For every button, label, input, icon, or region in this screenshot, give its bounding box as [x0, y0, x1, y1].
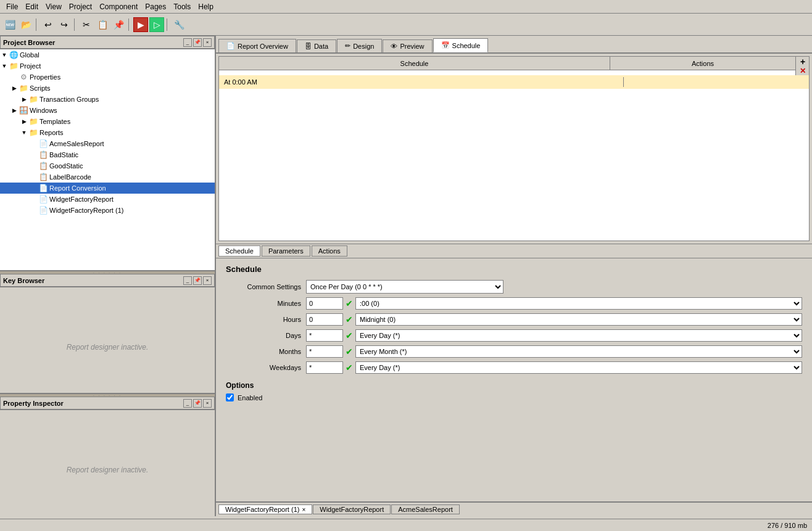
project-browser-minimize[interactable]: _ — [183, 38, 192, 47]
tree-item-wfr[interactable]: 📄 WidgetFactoryReport — [0, 194, 215, 205]
tab-actions[interactable]: Actions — [312, 245, 347, 257]
tree-label-properties: Properties — [30, 73, 60, 81]
pi-pin[interactable]: 📌 — [193, 399, 202, 408]
weekdays-select[interactable]: Every Day (*)Monday (1)Tuesday (2) — [355, 361, 802, 374]
tree-label-wfr: WidgetFactoryReport — [49, 196, 114, 203]
tab-preview[interactable]: 👁 Preview — [383, 39, 432, 52]
toolbar-paste[interactable]: 📌 — [111, 17, 126, 32]
pi-close[interactable]: × — [203, 399, 212, 408]
hours-select[interactable]: Midnight (0)1 AM (1)2 AM (2)Noon (12) — [355, 313, 802, 326]
pi-minimize[interactable]: _ — [183, 399, 192, 408]
toolbar-cut[interactable]: ✂ — [79, 17, 94, 32]
tree-label-labelbarcode: LabelBarcode — [49, 173, 91, 181]
tree-item-acmesalesreport[interactable]: 📄 AcmeSalesReport — [0, 138, 215, 149]
tree-item-transaction-groups[interactable]: ▶ 📁 Transaction Groups — [0, 94, 215, 105]
tree-item-reports[interactable]: ▼ 📁 Reports — [0, 127, 215, 138]
common-settings-row: Common Settings Once Per Day (0 0 * * *)… — [226, 280, 802, 294]
menu-view[interactable]: View — [42, 1, 65, 12]
months-select[interactable]: Every Month (*)January (1)February (2) — [355, 345, 802, 358]
tab-schedule-label: Schedule — [452, 42, 481, 49]
bottom-tab-wfr[interactable]: WidgetFactoryReport — [313, 504, 391, 514]
project-browser-pin[interactable]: 📌 — [193, 38, 202, 47]
tree-item-project[interactable]: ▼ 📁 Project — [0, 60, 215, 72]
common-settings-select[interactable]: Once Per Day (0 0 * * *)Every HourEvery … — [306, 280, 503, 294]
tg-expander: ▶ — [20, 96, 28, 102]
tree-item-properties[interactable]: ⚙ Properties — [0, 72, 215, 83]
data-icon: 🗄 — [305, 43, 312, 50]
tree-item-scripts[interactable]: ▶ 📁 Scripts — [0, 83, 215, 94]
minutes-select[interactable]: :00 (0):15 (15):30 (30):45 (45) — [355, 297, 802, 310]
weekdays-input[interactable] — [306, 361, 343, 374]
scripts-expander: ▶ — [10, 85, 19, 91]
bottom-tab-acme[interactable]: AcmeSalesReport — [391, 504, 460, 514]
days-check-icon: ✔ — [343, 329, 355, 342]
status-bar: 276 / 910 mb — [0, 519, 812, 531]
menu-file[interactable]: File — [2, 1, 22, 12]
menu-pages[interactable]: Pages — [141, 1, 170, 12]
table-row[interactable]: At 0:00 AM — [219, 75, 809, 89]
preview-icon: 👁 — [391, 43, 397, 50]
tree-item-global[interactable]: ▼ 🌐 Global — [0, 49, 215, 60]
bottom-tab-wfr1[interactable]: WidgetFactoryReport (1) × — [218, 504, 312, 514]
tree-item-labelbarcode[interactable]: 📋 LabelBarcode — [0, 171, 215, 183]
key-browser-close[interactable]: × — [203, 276, 212, 285]
hours-input[interactable] — [306, 313, 343, 326]
tab-data[interactable]: 🗄 Data — [297, 39, 336, 52]
tab-schedule[interactable]: 📅 Schedule — [433, 38, 489, 52]
enabled-checkbox[interactable] — [226, 393, 234, 401]
key-browser-controls: _ 📌 × — [183, 276, 212, 285]
toolbar-publish[interactable]: ▶ — [133, 17, 148, 32]
key-browser-minimize[interactable]: _ — [183, 276, 192, 285]
tree-item-templates[interactable]: ▶ 📁 Templates — [0, 116, 215, 127]
design-icon: ✏ — [345, 42, 350, 50]
toolbar-redo[interactable]: ↪ — [57, 17, 72, 32]
tab-design-label: Design — [353, 43, 374, 50]
toolbar-preview[interactable]: ▷ — [149, 17, 164, 32]
key-browser-inactive: Report designer inactive. — [0, 287, 215, 394]
months-input[interactable] — [306, 345, 343, 358]
project-browser-title: Project Browser — [3, 39, 55, 46]
menu-help[interactable]: Help — [194, 1, 217, 12]
schedule-delete-button[interactable]: ✕ — [796, 67, 810, 75]
tree-item-wfr1[interactable]: 📄 WidgetFactoryReport (1) — [0, 205, 215, 216]
properties-icon: ⚙ — [19, 72, 28, 82]
toolbar-undo[interactable]: ↩ — [41, 17, 56, 32]
project-browser-controls: _ 📌 × — [183, 38, 212, 47]
menu-tools[interactable]: Tools — [170, 1, 194, 12]
bottom-tab-wfr1-close[interactable]: × — [302, 506, 305, 513]
tab-report-overview-label: Report Overview — [238, 43, 288, 50]
tab-parameters[interactable]: Parameters — [262, 245, 310, 257]
global-expander: ▼ — [0, 52, 9, 58]
toolbar: 🆕 📂 ↩ ↪ ✂ 📋 📌 ▶ ▷ 🔧 — [0, 14, 812, 36]
tree-label-goodstatic: GoodStatic — [49, 162, 83, 170]
tab-design[interactable]: ✏ Design — [337, 39, 382, 52]
menu-component[interactable]: Component — [96, 1, 141, 12]
key-browser-pin[interactable]: 📌 — [193, 276, 202, 285]
tree-item-reportconversion[interactable]: 📄 Report Conversion — [0, 183, 215, 194]
days-input[interactable] — [306, 329, 343, 342]
rc-icon: 📄 — [38, 183, 48, 193]
tab-report-overview[interactable]: 📄 Report Overview — [218, 39, 296, 52]
minutes-input[interactable] — [306, 297, 343, 310]
options-title: Options — [226, 381, 802, 390]
schedule-add-button[interactable]: + — [796, 57, 810, 67]
toolbar-open[interactable]: 📂 — [19, 17, 33, 32]
tree-label-scripts: Scripts — [30, 84, 51, 92]
tree-item-badstatic[interactable]: 📋 BadStatic — [0, 149, 215, 160]
tab-preview-label: Preview — [400, 43, 424, 50]
toolbar-copy[interactable]: 📋 — [95, 17, 110, 32]
key-browser-title: Key Browser — [3, 277, 44, 284]
badstatic-icon: 📋 — [38, 150, 48, 160]
menu-edit[interactable]: Edit — [22, 1, 42, 12]
tree-item-windows[interactable]: ▶ 🪟 Windows — [0, 105, 215, 116]
main-layout: Project Browser _ 📌 × ▼ 🌐 Global ▼ 📁 Pro… — [0, 36, 812, 516]
toolbar-sep-2 — [74, 19, 77, 31]
tab-schedule-form[interactable]: Schedule — [218, 245, 260, 257]
toolbar-new[interactable]: 🆕 — [2, 17, 17, 32]
project-browser-header: Project Browser _ 📌 × — [0, 36, 215, 49]
toolbar-tools[interactable]: 🔧 — [172, 17, 186, 32]
menu-project[interactable]: Project — [65, 1, 96, 12]
project-browser-close[interactable]: × — [203, 38, 212, 47]
days-select[interactable]: Every Day (*)1st15th — [355, 329, 802, 342]
tree-item-goodstatic[interactable]: 📋 GoodStatic — [0, 160, 215, 171]
